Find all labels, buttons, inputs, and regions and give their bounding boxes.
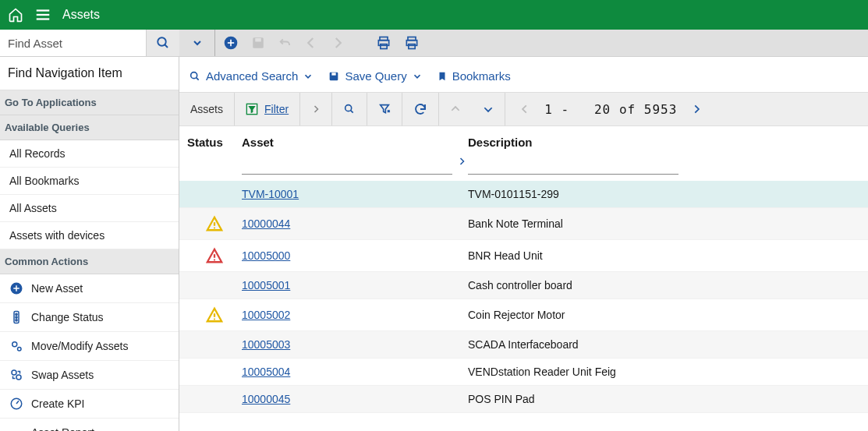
table-row[interactable]: 10005002Coin Rejector Motor <box>179 299 868 331</box>
gears-icon <box>9 339 23 353</box>
dropdown-button[interactable] <box>179 30 215 56</box>
save-icon[interactable] <box>250 34 267 51</box>
asset-link[interactable]: 10005003 <box>242 338 290 351</box>
print-icon[interactable] <box>374 34 393 52</box>
home-icon[interactable] <box>8 7 23 23</box>
asset-link[interactable]: 10005004 <box>242 366 290 378</box>
table-row[interactable]: 10000044Bank Note Terminal <box>179 208 868 240</box>
hamburger-icon[interactable] <box>34 6 51 23</box>
asset-link[interactable]: 10005000 <box>242 249 290 262</box>
content-area: Advanced Search Save Query Bookmarks Ass… <box>179 57 868 431</box>
print-all-icon[interactable] <box>402 34 421 52</box>
asset-link[interactable]: 10000044 <box>242 217 290 230</box>
clear-filter-icon[interactable] <box>367 93 402 125</box>
asset-filter-input[interactable] <box>242 155 452 175</box>
plus-icon <box>9 281 23 295</box>
action-move-modify[interactable]: Move/Modify Assets <box>0 332 179 361</box>
col-status[interactable]: Status <box>187 136 242 149</box>
asset-link[interactable]: 10005002 <box>242 309 290 321</box>
page-next-icon[interactable] <box>691 104 702 115</box>
table-header: Status Asset Description <box>179 126 868 155</box>
find-nav-input[interactable]: Find Navigation Item <box>0 57 179 90</box>
svg-point-21 <box>16 316 17 318</box>
action-new-asset[interactable]: New Asset <box>0 274 179 303</box>
svg-point-40 <box>214 259 215 260</box>
filter-inputs-row <box>179 155 868 181</box>
common-actions-section[interactable]: Common Actions <box>0 249 179 274</box>
description-filter-input[interactable] <box>468 155 678 175</box>
available-queries-section[interactable]: Available Queries <box>0 115 179 140</box>
query-all-bookmarks[interactable]: All Bookmarks <box>0 168 179 195</box>
table-row[interactable]: 10005004VENDstation Reader Unit Feig <box>179 359 868 386</box>
advanced-search-link[interactable]: Advanced Search <box>189 69 314 83</box>
page-range: 1 - 20 of 5953 <box>544 102 677 117</box>
topbar: Assets <box>0 0 868 30</box>
warning-yellow-icon <box>187 306 242 323</box>
action-asset-report[interactable]: Asset Report <box>0 419 179 431</box>
page-prev-icon[interactable] <box>519 104 530 115</box>
action-change-status[interactable]: Change Status <box>0 303 179 332</box>
link-label: Save Query <box>345 69 406 83</box>
find-asset-input[interactable]: Find Asset <box>0 30 147 56</box>
query-all-assets[interactable]: All Assets <box>0 195 179 222</box>
forward-icon[interactable] <box>329 34 346 51</box>
link-label: Advanced Search <box>206 69 298 83</box>
back-icon[interactable] <box>303 34 320 51</box>
svg-point-22 <box>16 320 17 321</box>
table-row[interactable]: 10005003SCADA Interfaceboard <box>179 331 868 359</box>
action-toolbar <box>215 30 868 56</box>
svg-rect-31 <box>332 72 336 75</box>
query-assets-devices[interactable]: Assets with devices <box>0 222 179 249</box>
undo-icon[interactable] <box>276 34 293 51</box>
sidebar-item-label: Assets with devices <box>9 229 105 242</box>
action-create-kpi[interactable]: Create KPI <box>0 390 179 419</box>
goto-applications-section[interactable]: Go To Applications <box>0 90 179 115</box>
filter-toggle[interactable]: Filter <box>235 93 300 125</box>
table-row[interactable]: 10000045POS PIN Pad <box>179 386 868 413</box>
sidebar-item-label: New Asset <box>31 282 83 295</box>
swap-icon <box>9 368 23 382</box>
sidebar-item-label: Change Status <box>31 311 104 323</box>
link-label: Bookmarks <box>452 69 511 83</box>
sidebar-item-label: Move/Modify Assets <box>31 340 129 352</box>
col-description[interactable]: Description <box>468 136 860 149</box>
save-query-link[interactable]: Save Query <box>328 69 422 83</box>
sidebar-item-label: All Assets <box>9 202 57 214</box>
sidebar-item-label: All Records <box>9 147 66 160</box>
description-cell: Cash controller board <box>468 279 860 291</box>
table-row[interactable]: TVM-10001TVM-0101151-299 <box>179 181 868 208</box>
filter-bar: Assets Filter <box>179 92 868 126</box>
svg-point-23 <box>12 342 17 347</box>
svg-point-26 <box>16 375 21 380</box>
table-row[interactable]: 10005001Cash controller board <box>179 272 868 299</box>
asset-link[interactable]: 10000045 <box>242 393 290 405</box>
expand-filter-icon[interactable] <box>300 93 332 125</box>
add-icon[interactable] <box>221 34 240 52</box>
warning-yellow-icon <box>187 215 242 232</box>
svg-point-3 <box>158 37 166 46</box>
filter-link[interactable]: Filter <box>264 103 289 115</box>
svg-line-29 <box>197 77 199 79</box>
assets-label: Assets <box>179 93 235 125</box>
action-swap-assets[interactable]: Swap Assets <box>0 361 179 390</box>
search-button[interactable] <box>147 30 179 56</box>
asset-link[interactable]: 10005001 <box>242 279 290 291</box>
sidebar-item-label: Swap Assets <box>31 369 94 381</box>
description-cell: Coin Rejector Motor <box>468 309 860 321</box>
description-cell: SCADA Interfaceboard <box>468 338 860 351</box>
query-all-records[interactable]: All Records <box>0 140 179 168</box>
sidebar-item-label: Asset Report <box>31 426 94 431</box>
gauge-icon <box>9 397 23 411</box>
sort-down-icon[interactable] <box>472 93 505 125</box>
svg-point-24 <box>18 348 22 352</box>
chevron-right-icon[interactable] <box>457 157 466 166</box>
refresh-icon[interactable] <box>402 93 439 125</box>
description-cell: POS PIN Pad <box>468 393 860 405</box>
asset-link[interactable]: TVM-10001 <box>242 188 299 200</box>
table-row[interactable]: 10005000BNR Head Unit <box>179 240 868 272</box>
col-asset[interactable]: Asset <box>242 136 468 149</box>
pagination: 1 - 20 of 5953 <box>505 102 716 117</box>
bookmarks-link[interactable]: Bookmarks <box>437 69 511 83</box>
search-filter-icon[interactable] <box>332 93 367 125</box>
sort-up-icon[interactable] <box>439 93 472 125</box>
